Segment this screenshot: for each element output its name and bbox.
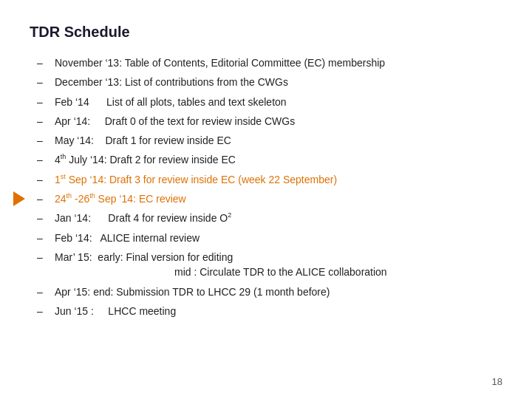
item-text: Feb ‘14 List of all plots, tables and te… <box>55 95 502 109</box>
list-item: – Feb ‘14 List of all plots, tables and … <box>30 95 502 109</box>
dash: – <box>37 284 50 299</box>
list-item: – December ‘13: List of contributions fr… <box>30 75 502 89</box>
dash: – <box>37 231 50 245</box>
page-number: 18 <box>492 376 502 387</box>
list-item-arrow: – 24th -26th Sep ‘14: EC review <box>30 191 502 206</box>
dash: – <box>37 172 50 187</box>
page-title: TDR Schedule <box>30 24 502 41</box>
dash: – <box>37 250 50 265</box>
dash: – <box>37 211 50 225</box>
item-text: November ‘13: Table of Contents, Editori… <box>55 55 502 70</box>
schedule-list: – November ‘13: Table of Contents, Edito… <box>30 55 502 318</box>
list-item: – Apr ‘14: Draft 0 of the text for revie… <box>30 114 502 129</box>
item-text: 24th -26th Sep ‘14: EC review <box>55 191 502 206</box>
item-text: Apr ‘14: Draft 0 of the text for review … <box>55 114 502 129</box>
list-item: – Jan ‘14: Draft 4 for review inside O2 <box>30 211 502 225</box>
dash: – <box>37 304 50 318</box>
item-text: May ‘14: Draft 1 for review inside EC <box>55 133 502 148</box>
dash: – <box>37 114 50 129</box>
page: TDR Schedule – November ‘13: Table of Co… <box>0 0 532 399</box>
arrow-icon <box>13 191 25 206</box>
list-item: – Mar’ 15: early: Final version for edit… <box>30 250 502 280</box>
list-item: – Apr ‘15: end: Submission TDR to LHCC 2… <box>30 284 502 299</box>
list-item: – November ‘13: Table of Contents, Edito… <box>30 55 502 70</box>
item-text: Mar’ 15: early: Final version for editin… <box>55 250 502 280</box>
item-text: Jan ‘14: Draft 4 for review inside O2 <box>55 211 502 225</box>
item-text: December ‘13: List of contributions from… <box>55 75 502 89</box>
list-item: – 4th July ‘14: Draft 2 for review insid… <box>30 152 502 167</box>
dash: – <box>37 95 50 109</box>
item-text: Feb ‘14: ALICE internal review <box>55 231 502 245</box>
dash: – <box>37 75 50 89</box>
dash: – <box>37 152 50 167</box>
dash: – <box>37 191 50 206</box>
item-text: Apr ‘15: end: Submission TDR to LHCC 29 … <box>55 284 502 299</box>
dash: – <box>37 55 50 70</box>
list-item: – Jun ‘15 : LHCC meeting <box>30 304 502 318</box>
item-text: Jun ‘15 : LHCC meeting <box>55 304 502 318</box>
list-item: – May ‘14: Draft 1 for review inside EC <box>30 133 502 148</box>
list-item: – Feb ‘14: ALICE internal review <box>30 231 502 245</box>
list-item: – 1st Sep ‘14: Draft 3 for review inside… <box>30 172 502 187</box>
dash: – <box>37 133 50 148</box>
item-text: 1st Sep ‘14: Draft 3 for review inside E… <box>55 172 502 187</box>
item-text: 4th July ‘14: Draft 2 for review inside … <box>55 152 502 167</box>
mid-line: mid : Circulate TDR to the ALICE collabo… <box>55 265 502 279</box>
